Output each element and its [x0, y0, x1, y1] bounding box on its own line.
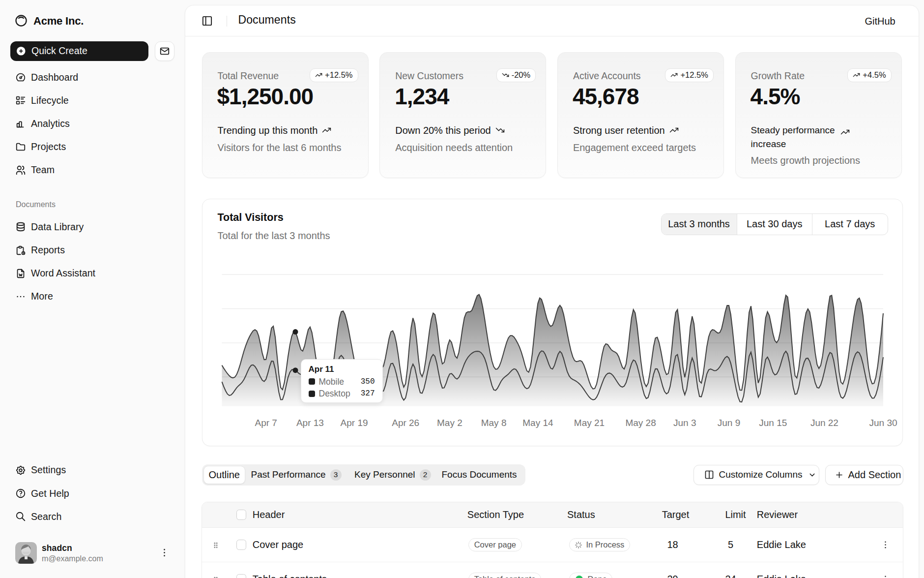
svg-text:Jun 9: Jun 9 [717, 417, 740, 427]
svg-text:Jun 15: Jun 15 [759, 417, 787, 427]
svg-text:Apr 26: Apr 26 [392, 417, 419, 427]
svg-text:Jun 22: Jun 22 [810, 417, 838, 427]
svg-text:Apr 13: Apr 13 [296, 417, 323, 427]
svg-text:Apr 7: Apr 7 [255, 417, 277, 427]
svg-text:May 28: May 28 [625, 417, 656, 427]
svg-text:Jun 30: Jun 30 [869, 417, 897, 427]
svg-text:May 8: May 8 [481, 417, 506, 427]
svg-text:Jun 3: Jun 3 [673, 417, 696, 427]
svg-text:May 14: May 14 [522, 417, 553, 427]
svg-text:May 21: May 21 [574, 417, 604, 427]
svg-text:Apr 19: Apr 19 [340, 417, 368, 427]
svg-text:May 2: May 2 [437, 417, 462, 427]
